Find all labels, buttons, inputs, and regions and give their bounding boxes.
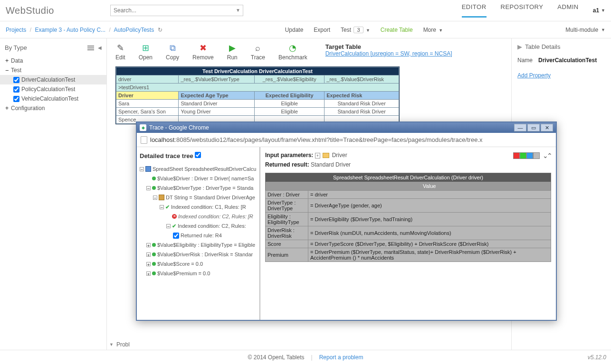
tree-node[interactable]: Indexed condition: C1, Rules: [R — [171, 202, 246, 212]
refresh-icon[interactable]: ↻ — [158, 27, 162, 33]
tree-label: PolicyCalculationTest — [21, 86, 75, 93]
user-menu[interactable]: a1 ▼ — [593, 7, 605, 14]
expand-collapse-icons[interactable]: ⌄⌃ — [543, 152, 551, 159]
btn-open[interactable]: ⊞Open — [139, 43, 153, 61]
color-red[interactable] — [513, 152, 520, 159]
footer-report-link[interactable]: Report a problem — [319, 354, 363, 361]
test-count: 3 — [353, 27, 363, 33]
expand-icon[interactable]: + — [315, 153, 320, 159]
tree-label: Test — [11, 67, 21, 74]
result-cell: = DriverRisk (numDUI, numAccidents, numM… — [308, 226, 551, 240]
close-button[interactable]: ✕ — [541, 124, 553, 131]
details-name-key: Name — [517, 57, 533, 64]
test-checkbox[interactable] — [13, 77, 19, 83]
nav-repository[interactable]: REPOSITORY — [501, 3, 544, 18]
remove-icon: ✖ — [198, 43, 208, 53]
tree-label: Data — [11, 57, 23, 64]
crumb-item[interactable]: AutoPolicyTests — [114, 27, 154, 33]
btn-label: Trace — [251, 54, 265, 61]
result-cell: = driver — [308, 191, 551, 199]
result-cell: = DriverAgeType (gender, age) — [308, 199, 551, 213]
ss-cell: >testDrivers1 — [116, 84, 399, 92]
crumb-project[interactable]: Example 3 - Auto Policy C... — [35, 27, 105, 33]
collapse-icon[interactable]: ◀ — [98, 45, 102, 50]
btn-label: Remove — [192, 54, 214, 61]
ss-cell: Eligible — [255, 108, 325, 116]
trace-heading: Detailed trace tree — [140, 152, 193, 159]
result-header: Value — [308, 182, 551, 191]
action-update[interactable]: Update — [285, 27, 304, 33]
nav-editor[interactable]: EDITOR — [462, 3, 487, 18]
tree-node[interactable]: DT String = Standard Driver DriverAge — [166, 193, 255, 202]
rule-checkbox[interactable] — [173, 233, 179, 239]
tree-test-item[interactable]: PolicyCalculationTest — [0, 84, 106, 94]
action-more[interactable]: More ▼ — [423, 27, 443, 33]
btn-remove[interactable]: ✖Remove — [192, 43, 214, 61]
collapse-icon[interactable]: ▶ — [517, 43, 522, 50]
multimodule-menu[interactable]: Multi-module ▼ — [565, 27, 605, 33]
tree-test[interactable]: −Test — [0, 65, 106, 75]
target-table-link[interactable]: DriverCalculation [usregion = SW, region… — [325, 50, 452, 57]
minimize-button[interactable]: — — [514, 124, 526, 131]
test-checkbox[interactable] — [13, 96, 19, 102]
problems-panel[interactable]: ▼ Probl — [109, 341, 130, 348]
url-bar[interactable]: localhost:8085/webstudio12/faces/pages/l… — [137, 133, 556, 147]
btn-copy[interactable]: ⧉Copy — [166, 43, 179, 61]
details-name-value: DriverCalculationTest — [538, 57, 597, 64]
color-gray[interactable] — [533, 152, 540, 159]
search-input[interactable] — [110, 5, 243, 16]
tree-node[interactable]: SpreadSheet SpreadsheetResultDriverCalcu — [153, 164, 256, 174]
color-palette[interactable]: ⌄⌃ — [513, 152, 551, 159]
color-blue[interactable] — [526, 152, 533, 159]
crumb-projects[interactable]: Projects — [6, 27, 26, 33]
result-cell: Eligibility : EligibilityType — [266, 213, 308, 226]
add-property-link[interactable]: Add Property — [517, 72, 551, 79]
detailed-checkbox[interactable] — [195, 152, 201, 158]
tree-node[interactable]: $Value$Driver : Driver = Driver{ name=Sa — [157, 174, 254, 183]
tree-node[interactable]: Indexed condition: C2, Rules: [R — [178, 212, 253, 221]
problems-label: Probl — [116, 341, 130, 348]
error-icon: ✕ — [172, 214, 177, 219]
input-params-value: Driver — [332, 152, 347, 159]
tree-test-item[interactable]: DriverCalculationTest — [0, 75, 106, 84]
tree-node[interactable]: $Value$DriverType : DriverType = Standa — [157, 183, 253, 193]
action-create-table[interactable]: Create Table — [381, 27, 413, 33]
ss-cell: driver — [116, 75, 179, 84]
menu-icon[interactable] — [87, 46, 94, 50]
tree-config[interactable]: +Configuration — [0, 103, 106, 113]
spreadsheet-table[interactable]: Test DriverCalculation DriverCalculation… — [115, 66, 400, 124]
dot-green-icon — [152, 252, 156, 256]
btn-benchmark[interactable]: ◔Benchmark — [278, 43, 307, 61]
tree-test-item[interactable]: VehicleCalculationTest — [0, 94, 106, 103]
tree-data[interactable]: +Data — [0, 56, 106, 65]
dt-icon — [159, 195, 164, 200]
btn-run[interactable]: ▶Run — [227, 43, 238, 61]
target-table-label: Target Table — [325, 43, 452, 50]
result-cell: = DriverTypeScore ($DriverType, $Eligibi… — [308, 240, 551, 248]
maximize-button[interactable]: ▭ — [527, 124, 540, 131]
tree-node[interactable]: $Value$Eligibility : EligibilityType = E… — [157, 240, 255, 250]
tree-node[interactable]: $Value$Premium = 0.0 — [157, 269, 210, 278]
nav-admin[interactable]: ADMIN — [557, 3, 578, 18]
action-test[interactable]: Test 3 ▼ — [341, 27, 370, 33]
multimodule-label: Multi-module — [565, 27, 598, 33]
tree-node[interactable]: $Value$Score = 0.0 — [157, 259, 203, 269]
search-dropdown-icon[interactable]: ▼ — [236, 8, 240, 13]
trace-popup: ◆ Trace - Google Chrome — ▭ ✕ localhost:… — [136, 121, 557, 321]
run-icon: ▶ — [228, 43, 237, 53]
input-params-label: Input parameters: — [265, 152, 313, 159]
action-export[interactable]: Export — [314, 27, 330, 33]
tree-node[interactable]: Returned rule: R4 — [181, 231, 222, 240]
color-green[interactable] — [520, 152, 526, 159]
btn-edit[interactable]: ✎Edit — [115, 43, 125, 61]
ss-cell: Standard Driver — [179, 100, 255, 108]
test-checkbox[interactable] — [13, 86, 19, 93]
benchmark-icon: ◔ — [288, 43, 297, 53]
tree-node[interactable]: $Value$DriverRisk : DriverRisk = Standar — [157, 250, 253, 259]
btn-label: Edit — [115, 54, 125, 61]
btn-trace[interactable]: ⌕Trace — [251, 43, 265, 61]
tree-node[interactable]: Indexed condition: C2, Rules: — [178, 221, 246, 231]
crumb-sep: / — [30, 27, 31, 33]
ss-cell: Standard Risk Driver — [325, 108, 399, 116]
dot-green-icon — [152, 262, 156, 266]
